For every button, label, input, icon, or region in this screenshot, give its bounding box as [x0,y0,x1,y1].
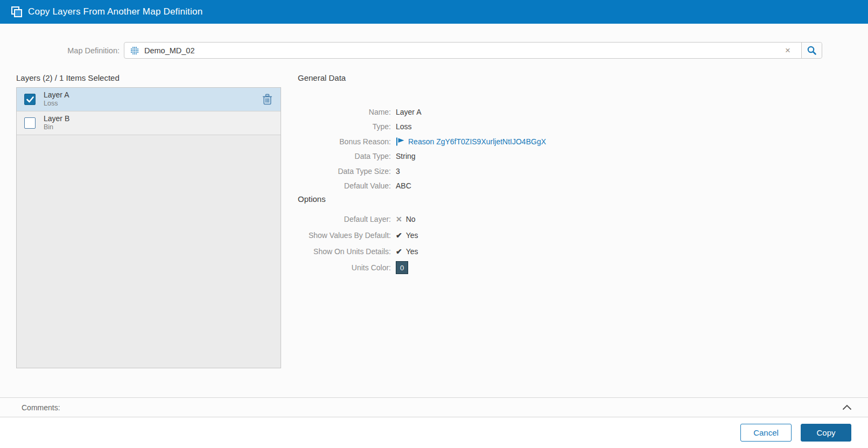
field-value: Yes [406,247,418,256]
layer-b-checkbox[interactable] [24,117,36,129]
field-type: Type: Loss [298,120,782,135]
wafer-map-icon [130,46,139,55]
comments-bar: Comments: [0,397,868,417]
field-value: Yes [406,231,418,240]
bonus-reason-link[interactable]: Reason ZgY6fT0ZIS9XurljetNtIJO4BGgX [396,137,546,146]
field-label: Units Color: [298,263,396,272]
cancel-button[interactable]: Cancel [740,424,792,442]
dialog-footer: Cancel Copy [0,417,868,448]
layers-list: Layer A Loss Layer B Bin [16,87,281,368]
option-units-color: Units Color: 0 [298,260,782,276]
field-label: Type: [298,122,396,131]
field-bonus-reason: Bonus Reason: Reason ZgY6fT0ZIS9XurljetN… [298,134,782,149]
options-fields: Default Layer: ✕ No Show Values By Defau… [298,211,782,276]
field-value: No [406,215,416,223]
field-value: String [396,152,416,160]
option-show-values: Show Values By Default: ✔ Yes [298,227,782,243]
comments-label: Comments: [22,403,841,412]
dialog-title: Copy Layers From Another Map Definition [28,6,202,17]
bonus-reason-text: Reason ZgY6fT0ZIS9XurljetNtIJO4BGgX [408,137,546,146]
option-show-on-units: Show On Units Details: ✔ Yes [298,243,782,260]
layer-type: Loss [44,100,262,108]
units-color-badge: 0 [396,261,408,274]
field-label: Show On Units Details: [298,247,396,256]
clear-icon[interactable]: × [780,46,796,55]
search-icon [807,45,817,55]
field-value: ABC [396,181,411,190]
field-data-type-size: Data Type Size: 3 [298,164,782,179]
field-label: Default Layer: [298,215,396,223]
check-mark-icon: ✔ [396,232,402,239]
map-definition-label: Map Definition: [0,46,120,55]
layer-a-texts: Layer A Loss [44,90,262,108]
field-label: Default Value: [298,181,396,190]
layer-name: Layer A [44,90,262,100]
x-mark-icon: ✕ [396,215,402,223]
field-label: Data Type: [298,152,396,160]
copy-icon [11,6,23,18]
trash-icon[interactable] [262,94,272,105]
field-label: Name: [298,108,396,116]
dialog-titlebar: Copy Layers From Another Map Definition [0,0,868,24]
copy-button[interactable]: Copy [801,424,851,442]
check-mark-icon: ✔ [396,248,402,255]
collapse-comments-button[interactable] [841,403,853,412]
option-default-layer: Default Layer: ✕ No [298,211,782,227]
field-value: 3 [396,167,400,176]
general-data-title: General Data [298,73,346,82]
field-label: Data Type Size: [298,167,396,176]
check-icon [26,96,34,103]
map-definition-value: Demo_MD_02 [144,46,780,55]
layer-name: Layer B [44,114,272,124]
copy-layers-dialog: Copy Layers From Another Map Definition … [0,0,868,448]
layer-a-checkbox[interactable] [24,94,36,105]
general-data-fields: Name: Layer A Type: Loss Bonus Reason: R… [298,104,782,193]
chevron-up-icon [842,404,852,410]
search-button[interactable] [801,43,822,58]
field-value: Layer A [396,108,421,116]
map-definition-field: Demo_MD_02 × [124,42,822,59]
field-value: Loss [396,122,412,131]
layer-b-texts: Layer B Bin [44,114,272,132]
field-label: Bonus Reason: [298,137,396,146]
field-default-value: Default Value: ABC [298,179,782,194]
flag-icon [396,137,405,146]
field-label: Show Values By Default: [298,231,396,240]
layer-row-a[interactable]: Layer A Loss [17,88,281,111]
map-definition-input[interactable]: Demo_MD_02 × [124,43,801,58]
layer-type: Bin [44,123,272,132]
field-name: Name: Layer A [298,104,782,120]
layers-panel-header: Layers (2) / 1 Items Selected [16,73,120,82]
layer-row-b[interactable]: Layer B Bin [17,111,281,135]
options-title: Options [298,194,326,204]
field-data-type: Data Type: String [298,149,782,164]
